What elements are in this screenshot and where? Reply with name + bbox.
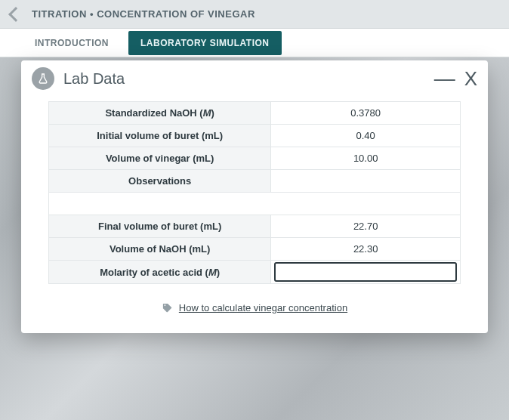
table-row: Volume of vinegar (mL) 10.00 bbox=[49, 147, 461, 170]
molarity-input[interactable] bbox=[274, 262, 457, 282]
tab-introduction[interactable]: INTRODUCTION bbox=[23, 31, 121, 55]
table-row: Observations bbox=[49, 170, 461, 193]
table-row: Molarity of acetic acid (M) bbox=[49, 261, 461, 284]
row-value: 0.40 bbox=[271, 125, 461, 147]
back-icon[interactable] bbox=[8, 7, 23, 22]
table-row: Final volume of buret (mL) 22.70 bbox=[49, 215, 461, 238]
table-row: Volume of NaOH (mL) 22.30 bbox=[49, 238, 461, 261]
row-value: 0.3780 bbox=[271, 102, 461, 125]
row-label: Volume of vinegar (mL) bbox=[49, 147, 271, 170]
panel-title: Lab Data bbox=[63, 70, 434, 88]
panel-header: Lab Data — X bbox=[21, 60, 488, 97]
row-label: Observations bbox=[49, 170, 271, 193]
tag-icon bbox=[162, 302, 173, 313]
row-label: Standardized NaOH (M) bbox=[105, 107, 214, 119]
row-value bbox=[271, 170, 461, 193]
help-row: How to calculate vinegar concentration bbox=[48, 302, 461, 313]
tab-bar: INTRODUCTION LABORATORY SIMULATION bbox=[0, 29, 509, 57]
table-spacer bbox=[49, 193, 461, 215]
row-value: 22.70 bbox=[271, 215, 461, 238]
row-label: Volume of NaOH (mL) bbox=[49, 238, 271, 261]
help-link[interactable]: How to calculate vinegar concentration bbox=[179, 302, 347, 313]
flask-icon bbox=[32, 67, 54, 90]
row-value: 10.00 bbox=[271, 147, 461, 170]
row-label: Molarity of acetic acid (M) bbox=[100, 267, 220, 278]
lab-data-panel: Lab Data — X Standardized NaOH (M) 0.378… bbox=[21, 60, 488, 333]
minimize-button[interactable]: — bbox=[434, 75, 455, 82]
row-value: 22.30 bbox=[271, 238, 461, 261]
table-row: Standardized NaOH (M) 0.3780 bbox=[49, 102, 461, 125]
tab-laboratory-simulation[interactable]: LABORATORY SIMULATION bbox=[128, 31, 282, 55]
table-row: Initial volume of buret (mL) 0.40 bbox=[49, 125, 461, 147]
app-header: TITRATION • CONCENTRATION OF VINEGAR bbox=[0, 0, 509, 29]
panel-body: Standardized NaOH (M) 0.3780 Initial vol… bbox=[21, 97, 488, 333]
row-label: Initial volume of buret (mL) bbox=[49, 125, 271, 147]
breadcrumb: TITRATION • CONCENTRATION OF VINEGAR bbox=[32, 8, 255, 20]
lab-data-table: Standardized NaOH (M) 0.3780 Initial vol… bbox=[48, 101, 461, 284]
close-button[interactable]: X bbox=[464, 67, 477, 91]
row-label: Final volume of buret (mL) bbox=[49, 215, 271, 238]
